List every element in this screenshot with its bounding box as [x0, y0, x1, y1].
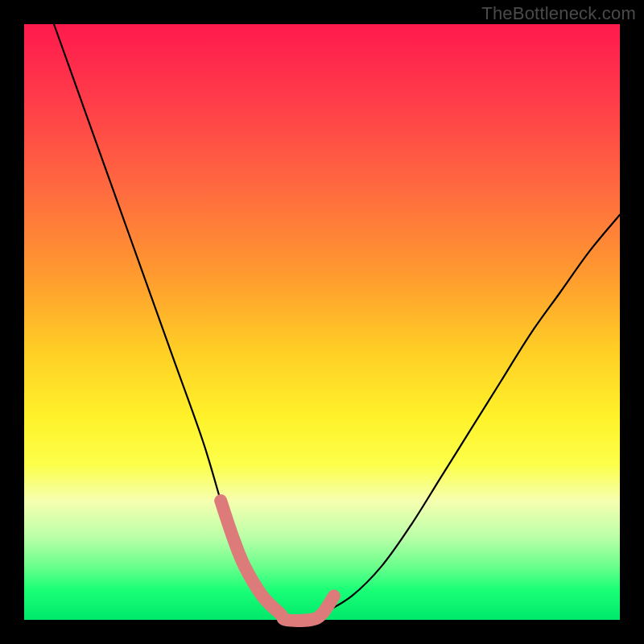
attribution-text: TheBottleneck.com [481, 3, 636, 24]
curve-layer [24, 24, 620, 620]
outer-frame: TheBottleneck.com [0, 0, 644, 644]
bottleneck-curve-path [54, 24, 620, 621]
gradient-plot-area [24, 24, 620, 620]
highlight-segment-path [221, 501, 334, 621]
